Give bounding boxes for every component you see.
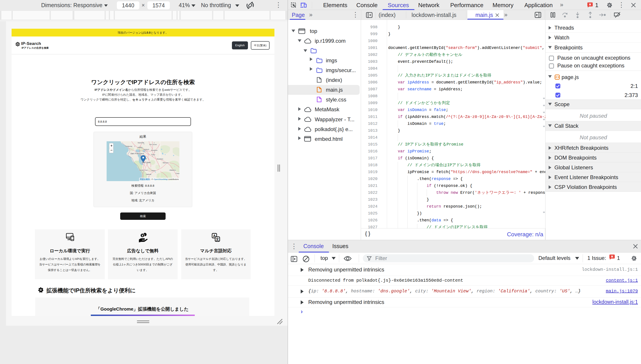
svg-text:¥: ¥ [142,234,143,237]
svg-text:文: 文 [216,238,219,241]
